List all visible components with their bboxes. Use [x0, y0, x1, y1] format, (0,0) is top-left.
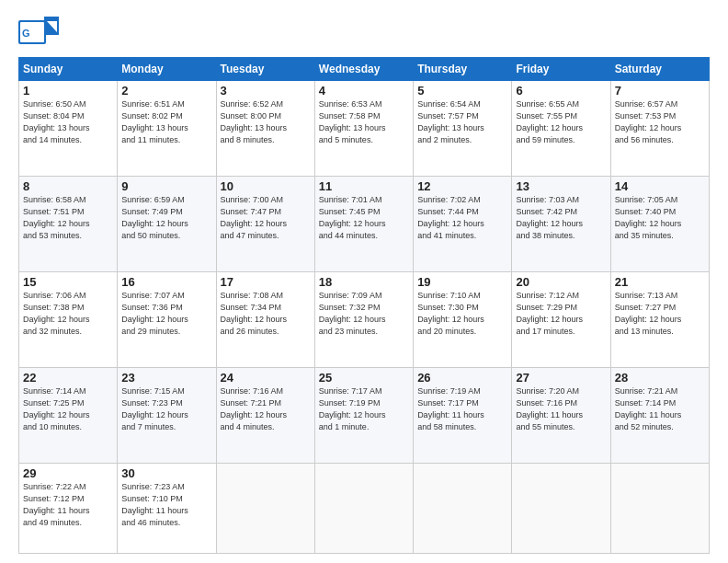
day-info: Sunrise: 6:53 AM Sunset: 7:58 PM Dayligh… — [319, 98, 409, 146]
header: G — [18, 17, 710, 48]
calendar-header-row: SundayMondayTuesdayWednesdayThursdayFrid… — [19, 58, 710, 81]
calendar-cell: 11Sunrise: 7:01 AM Sunset: 7:45 PM Dayli… — [314, 177, 413, 272]
day-number: 3 — [221, 84, 311, 98]
day-number: 6 — [516, 84, 606, 98]
calendar-week-1: 1Sunrise: 6:50 AM Sunset: 8:04 PM Daylig… — [19, 81, 710, 177]
svg-text:G: G — [22, 28, 30, 39]
calendar-cell: 18Sunrise: 7:09 AM Sunset: 7:32 PM Dayli… — [314, 272, 413, 368]
day-info: Sunrise: 7:14 AM Sunset: 7:25 PM Dayligh… — [23, 385, 113, 433]
calendar-cell: 24Sunrise: 7:16 AM Sunset: 7:21 PM Dayli… — [216, 368, 314, 464]
weekday-header-friday: Friday — [512, 58, 610, 81]
day-info: Sunrise: 6:58 AM Sunset: 7:51 PM Dayligh… — [23, 194, 113, 242]
day-number: 18 — [319, 275, 409, 289]
day-info: Sunrise: 6:54 AM Sunset: 7:57 PM Dayligh… — [417, 98, 507, 146]
day-number: 22 — [23, 371, 113, 385]
day-info: Sunrise: 7:23 AM Sunset: 7:10 PM Dayligh… — [121, 481, 211, 529]
weekday-header-thursday: Thursday — [414, 58, 512, 81]
calendar-cell: 3Sunrise: 6:52 AM Sunset: 8:00 PM Daylig… — [216, 81, 314, 177]
day-info: Sunrise: 6:51 AM Sunset: 8:02 PM Dayligh… — [121, 98, 211, 146]
calendar-cell — [314, 464, 413, 554]
day-number: 21 — [615, 275, 705, 289]
day-info: Sunrise: 7:17 AM Sunset: 7:19 PM Dayligh… — [319, 385, 409, 433]
day-number: 17 — [221, 275, 311, 289]
calendar-cell: 14Sunrise: 7:05 AM Sunset: 7:40 PM Dayli… — [610, 177, 709, 272]
calendar-cell: 27Sunrise: 7:20 AM Sunset: 7:16 PM Dayli… — [512, 368, 610, 464]
day-number: 15 — [23, 275, 113, 289]
calendar-cell — [216, 464, 314, 554]
day-info: Sunrise: 7:16 AM Sunset: 7:21 PM Dayligh… — [221, 385, 311, 433]
day-number: 8 — [23, 179, 113, 193]
day-info: Sunrise: 7:19 AM Sunset: 7:17 PM Dayligh… — [417, 385, 507, 433]
day-info: Sunrise: 6:57 AM Sunset: 7:53 PM Dayligh… — [615, 98, 705, 146]
calendar-cell: 29Sunrise: 7:22 AM Sunset: 7:12 PM Dayli… — [19, 464, 118, 554]
calendar-cell: 15Sunrise: 7:06 AM Sunset: 7:38 PM Dayli… — [19, 272, 118, 368]
day-info: Sunrise: 7:13 AM Sunset: 7:27 PM Dayligh… — [615, 290, 705, 338]
day-info: Sunrise: 7:08 AM Sunset: 7:34 PM Dayligh… — [221, 290, 311, 338]
calendar-cell: 19Sunrise: 7:10 AM Sunset: 7:30 PM Dayli… — [414, 272, 512, 368]
day-info: Sunrise: 6:55 AM Sunset: 7:55 PM Dayligh… — [516, 98, 606, 146]
day-number: 30 — [121, 466, 211, 480]
calendar-cell: 9Sunrise: 6:59 AM Sunset: 7:49 PM Daylig… — [118, 177, 216, 272]
calendar-cell: 13Sunrise: 7:03 AM Sunset: 7:42 PM Dayli… — [512, 177, 610, 272]
day-info: Sunrise: 7:20 AM Sunset: 7:16 PM Dayligh… — [516, 385, 606, 433]
calendar-cell: 30Sunrise: 7:23 AM Sunset: 7:10 PM Dayli… — [118, 464, 216, 554]
weekday-header-wednesday: Wednesday — [314, 58, 413, 81]
calendar-week-5: 29Sunrise: 7:22 AM Sunset: 7:12 PM Dayli… — [19, 464, 710, 554]
day-info: Sunrise: 7:09 AM Sunset: 7:32 PM Dayligh… — [319, 290, 409, 338]
weekday-header-saturday: Saturday — [610, 58, 709, 81]
day-number: 9 — [121, 179, 211, 193]
weekday-header-sunday: Sunday — [19, 58, 118, 81]
page: G SundayMondayTuesdayWednesdayThursdayFr… — [0, 0, 728, 563]
calendar-cell: 21Sunrise: 7:13 AM Sunset: 7:27 PM Dayli… — [610, 272, 709, 368]
calendar-cell: 28Sunrise: 7:21 AM Sunset: 7:14 PM Dayli… — [610, 368, 709, 464]
calendar-cell: 10Sunrise: 7:00 AM Sunset: 7:47 PM Dayli… — [216, 177, 314, 272]
day-number: 14 — [615, 179, 705, 193]
calendar-cell: 6Sunrise: 6:55 AM Sunset: 7:55 PM Daylig… — [512, 81, 610, 177]
calendar-cell: 25Sunrise: 7:17 AM Sunset: 7:19 PM Dayli… — [314, 368, 413, 464]
day-info: Sunrise: 6:50 AM Sunset: 8:04 PM Dayligh… — [23, 98, 113, 146]
day-number: 5 — [417, 84, 507, 98]
day-info: Sunrise: 7:01 AM Sunset: 7:45 PM Dayligh… — [319, 194, 409, 242]
day-info: Sunrise: 6:52 AM Sunset: 8:00 PM Dayligh… — [221, 98, 311, 146]
calendar-cell — [610, 464, 709, 554]
calendar-cell: 16Sunrise: 7:07 AM Sunset: 7:36 PM Dayli… — [118, 272, 216, 368]
day-info: Sunrise: 7:10 AM Sunset: 7:30 PM Dayligh… — [417, 290, 507, 338]
day-number: 12 — [417, 179, 507, 193]
logo: G — [18, 17, 63, 48]
day-number: 27 — [516, 371, 606, 385]
day-info: Sunrise: 6:59 AM Sunset: 7:49 PM Dayligh… — [121, 194, 211, 242]
day-number: 29 — [23, 466, 113, 480]
calendar-cell: 17Sunrise: 7:08 AM Sunset: 7:34 PM Dayli… — [216, 272, 314, 368]
calendar-week-2: 8Sunrise: 6:58 AM Sunset: 7:51 PM Daylig… — [19, 177, 710, 272]
calendar-table: SundayMondayTuesdayWednesdayThursdayFrid… — [18, 57, 710, 554]
day-info: Sunrise: 7:00 AM Sunset: 7:47 PM Dayligh… — [221, 194, 311, 242]
calendar-cell — [414, 464, 512, 554]
calendar-cell: 5Sunrise: 6:54 AM Sunset: 7:57 PM Daylig… — [414, 81, 512, 177]
calendar-cell: 20Sunrise: 7:12 AM Sunset: 7:29 PM Dayli… — [512, 272, 610, 368]
day-number: 20 — [516, 275, 606, 289]
calendar-cell: 2Sunrise: 6:51 AM Sunset: 8:02 PM Daylig… — [118, 81, 216, 177]
calendar-cell: 22Sunrise: 7:14 AM Sunset: 7:25 PM Dayli… — [19, 368, 118, 464]
day-number: 2 — [121, 84, 211, 98]
day-info: Sunrise: 7:02 AM Sunset: 7:44 PM Dayligh… — [417, 194, 507, 242]
weekday-header-tuesday: Tuesday — [216, 58, 314, 81]
day-info: Sunrise: 7:05 AM Sunset: 7:40 PM Dayligh… — [615, 194, 705, 242]
day-number: 11 — [319, 179, 409, 193]
calendar-cell: 26Sunrise: 7:19 AM Sunset: 7:17 PM Dayli… — [414, 368, 512, 464]
day-info: Sunrise: 7:22 AM Sunset: 7:12 PM Dayligh… — [23, 481, 113, 529]
day-info: Sunrise: 7:06 AM Sunset: 7:38 PM Dayligh… — [23, 290, 113, 338]
day-number: 13 — [516, 179, 606, 193]
weekday-header-monday: Monday — [118, 58, 216, 81]
day-info: Sunrise: 7:07 AM Sunset: 7:36 PM Dayligh… — [121, 290, 211, 338]
day-number: 26 — [417, 371, 507, 385]
calendar-cell — [512, 464, 610, 554]
calendar-cell: 23Sunrise: 7:15 AM Sunset: 7:23 PM Dayli… — [118, 368, 216, 464]
day-number: 1 — [23, 84, 113, 98]
day-number: 7 — [615, 84, 705, 98]
calendar-week-3: 15Sunrise: 7:06 AM Sunset: 7:38 PM Dayli… — [19, 272, 710, 368]
calendar-cell: 7Sunrise: 6:57 AM Sunset: 7:53 PM Daylig… — [610, 81, 709, 177]
day-info: Sunrise: 7:12 AM Sunset: 7:29 PM Dayligh… — [516, 290, 606, 338]
day-number: 4 — [319, 84, 409, 98]
day-info: Sunrise: 7:03 AM Sunset: 7:42 PM Dayligh… — [516, 194, 606, 242]
day-number: 16 — [121, 275, 211, 289]
